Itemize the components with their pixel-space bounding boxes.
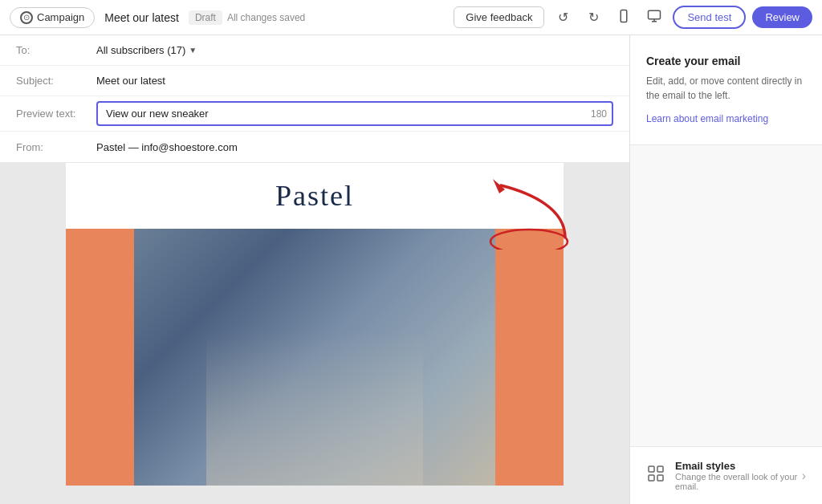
char-count: 180 (591, 108, 607, 120)
to-dropdown-arrow[interactable]: ▼ (189, 46, 197, 55)
email-meta: To: All subscribers (17) ▼ Subject: Meet… (0, 35, 629, 163)
orange-col-right (495, 229, 564, 486)
subject-value: Meet our latest (96, 75, 165, 87)
sneaker-image (134, 229, 495, 486)
svg-rect-0 (621, 10, 628, 22)
email-styles-section[interactable]: Email styles Change the overall look of … (630, 446, 822, 504)
svg-rect-9 (649, 475, 654, 481)
desktop-view-button[interactable] (642, 6, 666, 30)
learn-link[interactable]: Learn about email marketing (646, 113, 768, 124)
undo-button[interactable]: ↺ (551, 6, 575, 30)
preview-label: Preview text: (16, 108, 96, 120)
email-body: Pastel (66, 163, 564, 486)
style-text-group: Email styles Change the overall look of … (675, 460, 802, 491)
email-area: To: All subscribers (17) ▼ Subject: Meet… (0, 35, 629, 504)
email-canvas: Pastel (0, 163, 629, 504)
subject-label: Subject: (16, 75, 96, 87)
styles-icon (646, 464, 665, 487)
preview-input-wrapper: 180 (96, 101, 613, 126)
orange-col-left (66, 229, 134, 486)
topbar: ⊙ Campaign Meet our latest Draft All cha… (0, 0, 822, 35)
chevron-right-icon: › (802, 469, 806, 483)
email-image-row (66, 229, 564, 486)
to-value[interactable]: All subscribers (17) ▼ (96, 44, 197, 56)
preview-row: Preview text: 180 (0, 96, 629, 132)
email-header-section: Pastel (66, 163, 564, 229)
campaign-icon: ⊙ (20, 11, 33, 24)
svg-rect-8 (657, 466, 663, 472)
draft-badge: Draft (189, 10, 222, 25)
feedback-button[interactable]: Give feedback (454, 6, 544, 28)
topbar-left: ⊙ Campaign Meet our latest Draft All cha… (10, 7, 305, 28)
styles-title: Email styles (675, 460, 802, 472)
undo-icon: ↺ (558, 10, 568, 25)
to-value-text: All subscribers (17) (96, 44, 185, 56)
saved-text: All changes saved (227, 12, 305, 23)
panel-spacer (630, 152, 822, 446)
right-panel: Create your email Edit, add, or move con… (629, 35, 822, 504)
svg-rect-10 (657, 475, 663, 481)
review-button[interactable]: Review (752, 6, 812, 28)
to-row: To: All subscribers (17) ▼ (0, 35, 629, 66)
styles-desc: Change the overall look of your email. (675, 472, 802, 491)
svg-rect-2 (649, 10, 661, 19)
brand-name: Pastel (275, 180, 354, 212)
send-test-button[interactable]: Send test (673, 6, 746, 29)
create-email-desc: Edit, add, or move content directly in t… (646, 74, 806, 103)
email-preview: Pastel (0, 163, 629, 504)
desktop-icon (647, 9, 661, 26)
from-label: From: (16, 141, 96, 153)
topbar-right: Give feedback ↺ ↻ Send test Review (454, 6, 812, 30)
redo-icon: ↻ (588, 10, 599, 25)
create-email-section: Create your email Edit, add, or move con… (630, 35, 822, 145)
from-value: Pastel — info@shoestore.com (96, 141, 238, 153)
tab-name: Meet our latest (100, 11, 184, 24)
campaign-button[interactable]: ⊙ Campaign (10, 7, 95, 28)
mobile-icon (616, 9, 631, 26)
from-row: From: Pastel — info@shoestore.com (0, 132, 629, 162)
campaign-label: Campaign (37, 11, 84, 23)
mobile-view-button[interactable] (612, 6, 636, 30)
subject-row: Subject: Meet our latest (0, 66, 629, 96)
redo-button[interactable]: ↻ (581, 6, 605, 30)
create-email-title: Create your email (646, 55, 806, 67)
svg-rect-7 (649, 466, 654, 472)
main-layout: To: All subscribers (17) ▼ Subject: Meet… (0, 35, 822, 504)
preview-text-input[interactable] (96, 101, 613, 126)
to-label: To: (16, 44, 96, 56)
